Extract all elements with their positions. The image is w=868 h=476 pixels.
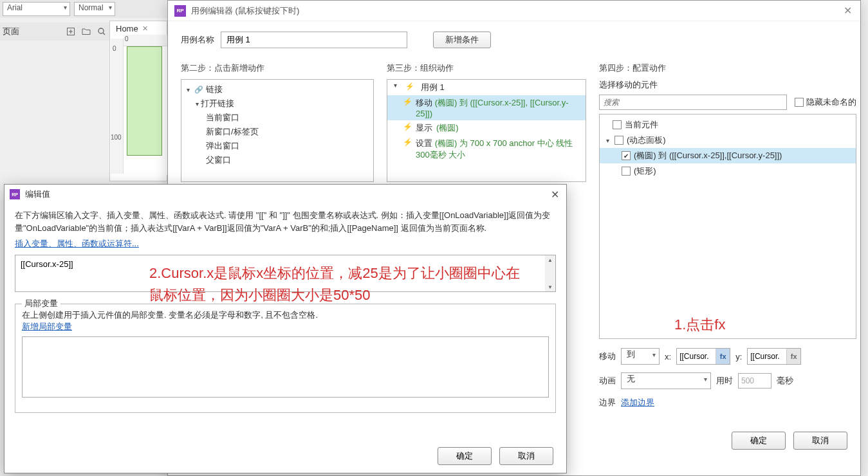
fx-x-button[interactable]: fx bbox=[716, 349, 730, 364]
bolt-icon: ⚡ bbox=[403, 122, 412, 131]
ruler-horizontal: 0 bbox=[124, 35, 167, 46]
canvas-shape[interactable] bbox=[127, 46, 162, 156]
organize-actions-panel: ▾ ⚡ 用例 1 ⚡ 移动 (椭圆) 到 ([[Cursor.x-25]], [… bbox=[387, 79, 586, 182]
step2-label: 第二步：点击新增动作 bbox=[181, 62, 374, 74]
tree-popup[interactable]: 弹出窗口 bbox=[181, 139, 373, 153]
add-condition-button[interactable]: 新增条件 bbox=[433, 32, 491, 48]
bounds-label: 边界 bbox=[599, 397, 616, 408]
tree-label: 打开链接 bbox=[201, 98, 234, 109]
tab-home[interactable]: Home ✕ bbox=[116, 24, 148, 33]
ruler-vertical: 0 100 bbox=[111, 39, 124, 174]
checkbox-checked-icon[interactable]: ✔ bbox=[622, 151, 631, 160]
widget-label: (矩形) bbox=[634, 165, 656, 177]
action-detail: (椭圆) 到 ([[Cursor.x-25]], [[Cursor.y-25]]… bbox=[416, 98, 569, 118]
anim-label: 动画 bbox=[599, 375, 616, 387]
step4-label: 第四步：配置动作 bbox=[599, 62, 856, 74]
step3-label: 第三步：组织动作 bbox=[387, 62, 586, 74]
case-name-label: 用例名称 bbox=[181, 34, 214, 46]
action-verb: 显示 bbox=[416, 122, 432, 134]
chevron-down-icon: ▾ bbox=[193, 100, 201, 107]
action-move[interactable]: ⚡ 移动 (椭圆) 到 ([[Cursor.x-25]], [[Cursor.y… bbox=[387, 95, 586, 120]
tree-parent[interactable]: 父窗口 bbox=[181, 153, 373, 167]
tree-label: 新窗口/标签页 bbox=[206, 126, 259, 138]
case-header[interactable]: ▾ ⚡ 用例 1 bbox=[387, 80, 586, 95]
page-label: 页面 bbox=[3, 26, 19, 37]
editvalue-cancel-button[interactable]: 取消 bbox=[499, 447, 553, 465]
insert-variable-link[interactable]: 插入变量、属性、函数或运算符... bbox=[15, 239, 139, 248]
widget-search-input[interactable] bbox=[599, 95, 787, 110]
checkbox-icon bbox=[795, 98, 804, 107]
tree-links[interactable]: ▾ 🔗 链接 bbox=[181, 82, 373, 96]
widget-label: (椭圆) 到 ([[Cursor.x-25]],[[Cursor.y-25]]) bbox=[634, 150, 782, 161]
move-label: 移动 bbox=[599, 351, 616, 362]
add-local-var-link[interactable]: 新增局部变量 bbox=[22, 322, 72, 331]
scroll-up-icon[interactable]: ▲ bbox=[546, 255, 555, 264]
action-detail: (椭圆) bbox=[436, 122, 459, 134]
widget-ellipse[interactable]: ✔ (椭圆) 到 ([[Cursor.x-25]],[[Cursor.y-25]… bbox=[600, 148, 856, 163]
tree-label: 当前窗口 bbox=[206, 112, 239, 124]
close-icon[interactable]: ✕ bbox=[548, 188, 561, 201]
app-icon: RP bbox=[174, 5, 186, 17]
tree-label: 父窗口 bbox=[206, 154, 231, 166]
action-set[interactable]: ⚡ 设置 (椭圆) 为 700 x 700 anchor 中心 线性 300毫秒… bbox=[387, 136, 586, 163]
style-dropdown[interactable]: Normal bbox=[74, 2, 115, 16]
action-show[interactable]: ⚡ 显示 (椭圆) bbox=[387, 120, 586, 136]
fx-y-button[interactable]: fx bbox=[786, 349, 800, 364]
local-vars-desc: 在上侧创建用于插入元件值的局部变量. 变量名必须是字母和数字, 且不包含空格. bbox=[22, 309, 549, 321]
widget-tree: 当前元件 ▾ (动态面板) ✔ (椭圆) 到 ([[Cursor.x-25]],… bbox=[599, 114, 856, 339]
bolt-icon: ⚡ bbox=[403, 138, 412, 147]
case-cancel-button[interactable]: 取消 bbox=[793, 432, 847, 450]
widget-label: (动态面板) bbox=[627, 134, 666, 146]
add-folder-icon[interactable] bbox=[81, 26, 91, 37]
font-dropdown[interactable]: Arial bbox=[3, 2, 70, 16]
tree-new-window[interactable]: 新窗口/标签页 bbox=[181, 125, 373, 139]
add-bounds-link[interactable]: 添加边界 bbox=[621, 397, 654, 408]
local-vars-area[interactable] bbox=[22, 336, 549, 398]
edit-value-title: 编辑值 bbox=[25, 188, 548, 200]
tab-home-close[interactable]: ✕ bbox=[142, 24, 148, 33]
close-icon[interactable]: ✕ bbox=[841, 5, 854, 17]
duration-input[interactable] bbox=[738, 373, 771, 389]
case-ok-button[interactable]: 确定 bbox=[732, 432, 786, 450]
edit-value-window: RP 编辑值 ✕ 在下方编辑区输入文字、插入变量、属性、函数或表达式. 请使用 … bbox=[4, 184, 567, 473]
local-vars-legend: 局部变量 bbox=[22, 298, 60, 309]
tree-current-window[interactable]: 当前窗口 bbox=[181, 111, 373, 125]
widget-panel[interactable]: ▾ (动态面板) bbox=[600, 133, 856, 148]
widget-label: 当前元件 bbox=[625, 119, 658, 131]
move-mode-dropdown[interactable]: 到 bbox=[621, 348, 660, 365]
chevron-down-icon: ▾ bbox=[184, 86, 192, 93]
chevron-down-icon: ▾ bbox=[604, 137, 611, 144]
hide-unnamed-label: 隐藏未命名的 bbox=[806, 96, 856, 108]
action-detail: (椭圆) 为 700 x 700 anchor 中心 线性 300毫秒 大小 bbox=[416, 138, 573, 160]
checkbox-icon[interactable] bbox=[613, 120, 622, 129]
link-icon: 🔗 bbox=[194, 85, 203, 94]
ms-label: 毫秒 bbox=[777, 375, 793, 387]
widget-rect[interactable]: (矩形) bbox=[600, 163, 856, 179]
chevron-down-icon: ▾ bbox=[391, 82, 399, 89]
x-label: x: bbox=[665, 352, 671, 362]
scrollbar[interactable]: ▲ ▼ bbox=[545, 255, 555, 291]
anim-dropdown[interactable]: 无 bbox=[621, 372, 711, 389]
editvalue-ok-button[interactable]: 确定 bbox=[438, 447, 492, 465]
bolt-green-icon: ⚡ bbox=[405, 82, 414, 91]
checkbox-icon[interactable] bbox=[622, 167, 631, 176]
expression-textarea[interactable]: [[Cursor.x-25]] bbox=[15, 255, 545, 291]
add-page-icon[interactable] bbox=[66, 26, 76, 37]
svg-point-1 bbox=[98, 28, 104, 33]
tree-open-link[interactable]: ▾ 打开链接 bbox=[181, 96, 373, 111]
y-input[interactable] bbox=[748, 349, 786, 364]
x-input[interactable] bbox=[677, 349, 716, 364]
case-name-input[interactable] bbox=[221, 32, 407, 48]
widget-current[interactable]: 当前元件 bbox=[600, 117, 856, 133]
checkbox-icon[interactable] bbox=[614, 136, 623, 145]
case-name: 用例 1 bbox=[421, 82, 445, 93]
hide-unnamed-checkbox[interactable]: 隐藏未命名的 bbox=[795, 96, 856, 108]
action-verb: 移动 bbox=[416, 98, 432, 107]
widget-section-label: 选择移动的元件 bbox=[599, 79, 856, 91]
tab-home-label: Home bbox=[116, 24, 138, 33]
search-icon[interactable] bbox=[97, 26, 107, 37]
edit-value-desc: 在下方编辑区输入文字、插入变量、属性、函数或表达式. 请使用 "[[" 和 "]… bbox=[15, 209, 556, 234]
bolt-icon: ⚡ bbox=[403, 97, 412, 106]
tree-label: 弹出窗口 bbox=[206, 140, 239, 152]
scroll-down-icon[interactable]: ▼ bbox=[546, 282, 555, 291]
